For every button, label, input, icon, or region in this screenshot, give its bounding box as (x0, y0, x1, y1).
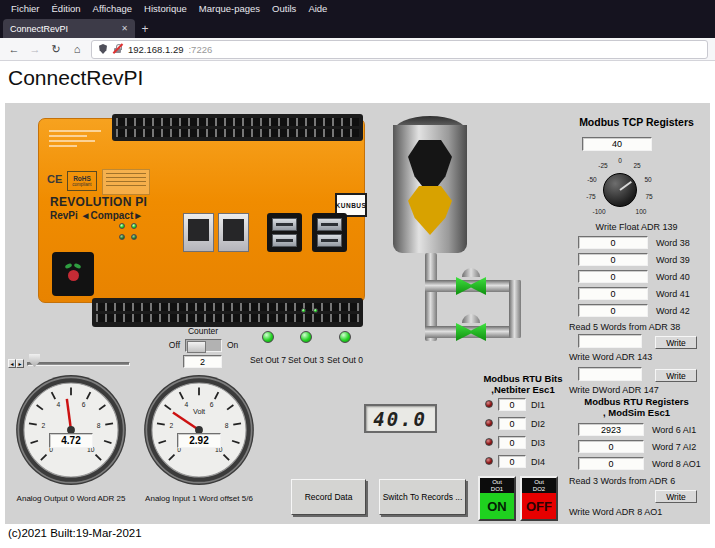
svg-text:4: 4 (56, 401, 60, 408)
rtu-word-field: 0 (578, 440, 644, 453)
word-label: Word 39 (656, 255, 690, 265)
build-footer: (c)2021 Built:19-Mar-2021 (8, 527, 142, 539)
rtu-word-field: 0 (578, 457, 644, 470)
rtu-bits-subheading: ,Netbiter Esc1 (473, 384, 573, 395)
do2-button[interactable]: Out DO2 OFF (520, 476, 558, 521)
record-data-button[interactable]: Record Data (291, 479, 366, 515)
do1-state: ON (480, 493, 514, 519)
tab-bar: ConnectRevPI ✕ + (0, 17, 715, 38)
analog-output-gauge: 02 46 810 (15, 374, 127, 486)
write-word-button[interactable]: Write (655, 336, 697, 349)
slider-increment-button[interactable]: ► (16, 359, 24, 368)
analog-input-label: Analog Input 1 Word offset 5/6 (138, 494, 260, 503)
home-icon[interactable]: ⌂ (70, 43, 84, 55)
rtu-registers-subheading: , ModSim Esc1 (563, 407, 710, 418)
rtu-bits-heading: Modbus RTU Bits (473, 373, 573, 384)
device-led (131, 234, 137, 240)
toggle-thumb[interactable] (187, 341, 206, 353)
rtu-word-label: Word 7 AI2 (652, 442, 696, 452)
menu-view[interactable]: Affichage (87, 0, 138, 17)
svg-text:4: 4 (184, 401, 188, 408)
write-dword-button[interactable]: Write (655, 369, 697, 382)
usb-port-block (267, 213, 302, 252)
word-field: 0 (578, 236, 648, 249)
device-top-terminal-strip (112, 114, 363, 141)
forward-icon[interactable]: → (28, 43, 42, 55)
analog-input-display: 2.92 (177, 433, 221, 448)
do2-state: OFF (522, 493, 556, 519)
new-tab-button[interactable]: + (135, 19, 155, 38)
svg-text:2: 2 (169, 422, 173, 429)
toggle-off-label: Off (152, 341, 180, 351)
slider-decrement-button[interactable]: ◄ (8, 359, 16, 368)
device-status-led (301, 308, 306, 313)
word-field: 0 (578, 287, 648, 300)
browser-window: Fichier Édition Affichage Historique Mar… (0, 0, 715, 548)
rtu-write-button[interactable]: Write (655, 490, 697, 503)
shield-icon[interactable] (99, 44, 107, 54)
gauge-unit-label: Volt (193, 407, 205, 416)
analog-output-label: Analog Output 0 Word ADR 25 (10, 494, 132, 503)
switch-to-records-button[interactable]: Switch To Records ... (379, 479, 466, 515)
di2-field: 0 (498, 417, 526, 430)
seven-segment-display: 40.0 (364, 404, 437, 433)
raspberry-pi-logo (52, 252, 94, 296)
di4-label: DI4 (531, 457, 545, 467)
slider-track[interactable] (27, 362, 130, 366)
do1-button[interactable]: Out DO1 ON (478, 476, 516, 521)
device-status-led (313, 308, 318, 313)
di4-field: 0 (498, 455, 526, 468)
menu-history[interactable]: Historique (138, 0, 193, 17)
menu-bookmarks[interactable]: Marque-pages (193, 0, 266, 17)
analog-output-display: 4.72 (49, 433, 93, 448)
ethernet-port (218, 213, 249, 252)
back-icon[interactable]: ← (7, 43, 21, 55)
word-label: Word 38 (656, 238, 690, 248)
di4-led (485, 457, 493, 465)
menu-tools[interactable]: Outils (266, 0, 302, 17)
pipe-vertical-right (509, 280, 521, 338)
device-label-block (102, 169, 150, 195)
rtu-word-label: Word 8 AO1 (652, 459, 701, 469)
word-field: 0 (578, 304, 648, 317)
word-label: Word 41 (656, 289, 690, 299)
float-knob[interactable]: 0 25 50 75 100 -25 -50 -75 -100 (578, 157, 662, 223)
tab-title: ConnectRevPI (10, 24, 68, 34)
di1-field: 0 (498, 398, 526, 411)
tab-close-icon[interactable]: ✕ (121, 24, 128, 33)
word-field: 0 (578, 253, 648, 266)
write-float-label: Write Float ADR 139 (563, 222, 710, 232)
counter-label: Counter (173, 327, 233, 337)
word-label: Word 42 (656, 306, 690, 316)
set-out-0-label: Set Out 0 (323, 356, 367, 366)
counter-value-field[interactable]: 2 (183, 355, 222, 368)
write-dword-input[interactable] (578, 367, 642, 381)
menu-bar: Fichier Édition Affichage Historique Mar… (0, 0, 715, 17)
counter-toggle[interactable] (185, 339, 222, 352)
ce-mark: CE (47, 173, 62, 185)
write-word-input[interactable] (578, 334, 642, 348)
browser-tab[interactable]: ConnectRevPI ✕ (3, 19, 135, 38)
write-word-label: Write Word ADR 143 (569, 352, 652, 362)
svg-text:8: 8 (97, 422, 101, 429)
float-value-field[interactable]: 40 (582, 137, 652, 151)
read5-label: Read 5 Words from ADR 38 (569, 322, 680, 332)
menu-help[interactable]: Aide (302, 0, 333, 17)
url-bar[interactable]: 192.168.1.29:7226 (91, 40, 708, 59)
valve-bonnet (462, 314, 480, 323)
analog-input-gauge: 02 46 810 Volt (143, 374, 255, 486)
word-field: 0 (578, 270, 648, 283)
menu-file[interactable]: Fichier (5, 0, 46, 17)
di2-label: DI2 (531, 419, 545, 429)
insecure-lock-icon[interactable] (112, 43, 123, 55)
di1-led (485, 400, 493, 408)
modbus-tcp-heading: Modbus TCP Registers (563, 116, 710, 128)
hmi-panel: CE RoHS compliant REVOLUTION PI RevPi ◄C… (5, 103, 710, 524)
write-dword-label: Write DWord ADR 147 (569, 385, 659, 395)
reload-icon[interactable]: ↻ (49, 43, 63, 56)
usb-port-block (312, 213, 347, 252)
set-out-3-led (300, 331, 312, 343)
valve-bonnet (462, 268, 480, 277)
menu-edit[interactable]: Édition (46, 0, 87, 17)
rtu-write-label: Write Word ADR 8 AO1 (569, 507, 662, 517)
